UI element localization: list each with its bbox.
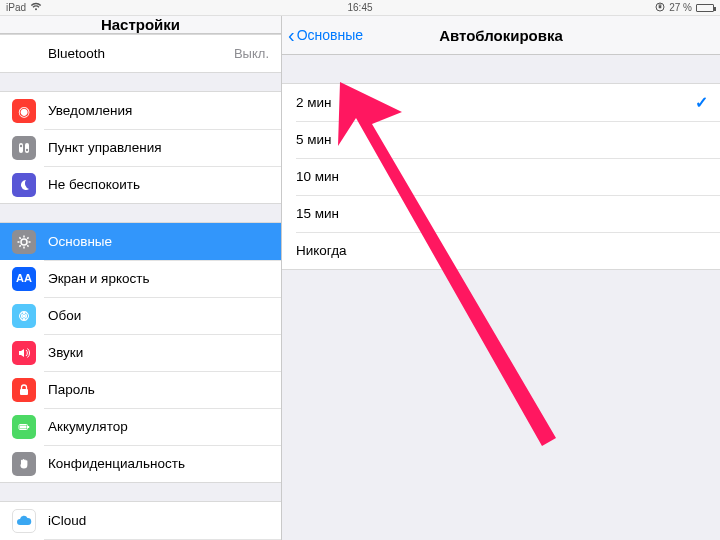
sidebar-item-battery[interactable]: Аккумулятор <box>0 408 281 445</box>
svg-line-12 <box>27 245 28 246</box>
chevron-left-icon: ‹ <box>288 25 295 45</box>
svg-rect-3 <box>25 143 29 153</box>
battery-icon <box>696 4 714 12</box>
battery-percent: 27 % <box>669 2 692 13</box>
orientation-lock-icon <box>655 2 665 14</box>
lock-icon <box>12 378 36 402</box>
autolock-options-group: 2 мин ✓ 5 мин 10 мин 15 мин Никогда <box>282 83 720 270</box>
group-bluetooth: Bluetooth Выкл. <box>0 34 281 73</box>
battery-settings-icon <box>12 415 36 439</box>
autolock-option-10min[interactable]: 10 мин <box>282 158 720 195</box>
autolock-option-5min[interactable]: 5 мин <box>282 121 720 158</box>
hand-icon <box>12 452 36 476</box>
svg-rect-2 <box>19 143 23 153</box>
svg-rect-21 <box>28 426 29 428</box>
autolock-option-2min[interactable]: 2 мин ✓ <box>282 84 720 121</box>
detail-title: Автоблокировка <box>439 27 563 44</box>
detail-header: ‹ Основные Автоблокировка <box>282 16 720 55</box>
control-center-icon <box>12 136 36 160</box>
svg-point-5 <box>26 148 28 150</box>
svg-line-11 <box>19 237 20 238</box>
sidebar-item-label: Пункт управления <box>48 140 269 155</box>
sidebar-item-label: Пароль <box>48 382 269 397</box>
option-label: 5 мин <box>296 132 708 147</box>
checkmark-icon: ✓ <box>695 93 708 112</box>
svg-point-6 <box>21 239 27 245</box>
option-label: Никогда <box>296 243 708 258</box>
sidebar-item-display[interactable]: AA Экран и яркость <box>0 260 281 297</box>
svg-point-16 <box>23 314 26 317</box>
sidebar-header: Настройки <box>0 16 281 34</box>
moon-icon <box>12 173 36 197</box>
sidebar-item-control-center[interactable]: Пункт управления <box>0 129 281 166</box>
sidebar-item-dnd[interactable]: Не беспокоить <box>0 166 281 203</box>
detail-pane: ‹ Основные Автоблокировка 2 мин ✓ 5 мин … <box>282 16 720 540</box>
sidebar-item-icloud[interactable]: iCloud <box>0 502 281 539</box>
option-label: 10 мин <box>296 169 708 184</box>
wifi-icon <box>30 2 42 13</box>
bluetooth-status: Выкл. <box>234 46 269 61</box>
group-account: iCloud App Store, iTunes Store <box>0 501 281 540</box>
svg-rect-19 <box>20 389 28 395</box>
sidebar-item-general[interactable]: Основные <box>0 223 281 260</box>
sidebar-item-label: Уведомления <box>48 103 269 118</box>
carrier-label: iPad <box>6 2 26 13</box>
svg-rect-1 <box>659 5 662 8</box>
sidebar-item-sounds[interactable]: Звуки <box>0 334 281 371</box>
autolock-option-15min[interactable]: 15 мин <box>282 195 720 232</box>
status-right: 27 % <box>655 2 714 14</box>
sidebar-item-label: Bluetooth <box>48 46 234 61</box>
sidebar-item-label: Обои <box>48 308 269 323</box>
sidebar-item-label: Не беспокоить <box>48 177 269 192</box>
app-root: iPad 16:45 27 % Настройки <box>0 0 720 540</box>
svg-line-14 <box>27 237 28 238</box>
speaker-icon <box>12 341 36 365</box>
autolock-option-never[interactable]: Никогда <box>282 232 720 269</box>
option-label: 15 мин <box>296 206 708 221</box>
sidebar-item-label: iCloud <box>48 513 269 528</box>
wallpaper-icon <box>12 304 36 328</box>
sidebar-title: Настройки <box>101 16 180 33</box>
sidebar-item-label: Звуки <box>48 345 269 360</box>
svg-point-4 <box>20 144 22 146</box>
svg-line-13 <box>19 245 20 246</box>
sidebar-item-label: Аккумулятор <box>48 419 269 434</box>
settings-sidebar[interactable]: Настройки Bluetooth Выкл. ◉ Уведомления <box>0 16 282 540</box>
sidebar-item-notifications[interactable]: ◉ Уведомления <box>0 92 281 129</box>
back-button[interactable]: ‹ Основные <box>288 25 363 45</box>
svg-rect-22 <box>20 425 27 428</box>
sidebar-item-label: Экран и яркость <box>48 271 269 286</box>
bluetooth-icon <box>12 42 36 66</box>
display-icon: AA <box>12 267 36 291</box>
back-label: Основные <box>297 27 363 43</box>
sidebar-item-wallpaper[interactable]: Обои <box>0 297 281 334</box>
clock: 16:45 <box>347 2 372 13</box>
status-left: iPad <box>6 2 42 13</box>
sidebar-item-label: Конфиденциальность <box>48 456 269 471</box>
sidebar-item-bluetooth[interactable]: Bluetooth Выкл. <box>0 35 281 72</box>
sidebar-item-label: Основные <box>48 234 269 249</box>
group-general: Основные AA Экран и яркость Обои Зву <box>0 222 281 483</box>
gear-icon <box>12 230 36 254</box>
group-alerts: ◉ Уведомления Пункт управления Не беспок… <box>0 91 281 204</box>
status-bar: iPad 16:45 27 % <box>0 0 720 16</box>
cloud-icon <box>12 509 36 533</box>
sidebar-item-privacy[interactable]: Конфиденциальность <box>0 445 281 482</box>
sidebar-item-passcode[interactable]: Пароль <box>0 371 281 408</box>
option-label: 2 мин <box>296 95 695 110</box>
notifications-icon: ◉ <box>12 99 36 123</box>
